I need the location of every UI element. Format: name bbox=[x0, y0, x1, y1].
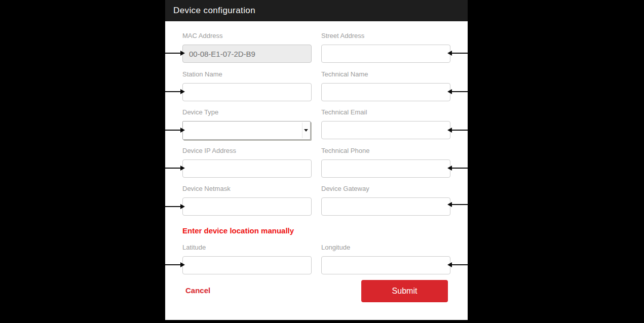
field-longitude: Longitude bbox=[321, 244, 450, 274]
annotation-arrow bbox=[165, 206, 181, 207]
field-station-name: Station Name bbox=[182, 70, 312, 101]
technical-phone-label: Technical Phone bbox=[321, 147, 450, 155]
technical-name-label: Technical Name bbox=[321, 70, 450, 78]
device-gateway-input[interactable] bbox=[321, 197, 450, 216]
annotation-arrow bbox=[165, 53, 181, 54]
arrow-left-icon bbox=[447, 128, 452, 133]
cancel-link[interactable]: Cancel bbox=[185, 286, 210, 295]
dialog-title: Device configuration bbox=[165, 6, 255, 16]
chevron-down-icon bbox=[304, 129, 308, 132]
select-dropdown-button[interactable] bbox=[302, 123, 309, 138]
annotation-arrow bbox=[165, 168, 181, 169]
field-street-address: Street Address bbox=[321, 32, 450, 63]
arrow-right-icon bbox=[180, 166, 185, 171]
page-background: { "window": { "title": "Device configura… bbox=[0, 0, 644, 323]
street-address-label: Street Address bbox=[321, 32, 450, 40]
technical-email-label: Technical Email bbox=[321, 108, 450, 116]
annotation-arrow bbox=[451, 168, 468, 169]
arrow-left-icon bbox=[447, 166, 452, 171]
device-gateway-label: Device Gateway bbox=[321, 185, 450, 193]
annotation-arrow bbox=[165, 264, 181, 265]
arrow-right-icon bbox=[180, 262, 185, 267]
field-latitude: Latitude bbox=[182, 244, 312, 274]
technical-name-input[interactable] bbox=[321, 83, 450, 101]
device-type-label: Device Type bbox=[182, 108, 311, 116]
longitude-label: Longitude bbox=[321, 244, 450, 252]
technical-email-input[interactable] bbox=[321, 121, 450, 139]
mac-address-input bbox=[182, 45, 312, 63]
arrow-left-icon bbox=[447, 89, 452, 94]
latitude-label: Latitude bbox=[182, 244, 312, 252]
arrow-right-icon bbox=[180, 51, 185, 56]
device-netmask-label: Device Netmask bbox=[182, 185, 312, 193]
field-device-ip: Device IP Address bbox=[182, 147, 312, 178]
arrow-right-icon bbox=[180, 89, 185, 94]
annotation-arrow bbox=[451, 130, 468, 131]
dialog-header: Device configuration bbox=[165, 0, 468, 21]
arrow-left-icon bbox=[447, 51, 452, 56]
device-netmask-input[interactable] bbox=[182, 197, 312, 216]
annotation-arrow bbox=[451, 53, 468, 54]
longitude-input[interactable] bbox=[321, 256, 450, 274]
device-ip-label: Device IP Address bbox=[182, 147, 312, 155]
field-device-gateway: Device Gateway bbox=[321, 185, 450, 216]
station-name-label: Station Name bbox=[182, 70, 312, 78]
field-technical-name: Technical Name bbox=[321, 70, 450, 101]
field-technical-email: Technical Email bbox=[321, 108, 450, 139]
field-technical-phone: Technical Phone bbox=[321, 147, 450, 178]
field-mac-address: MAC Address bbox=[182, 32, 312, 63]
field-device-netmask: Device Netmask bbox=[182, 185, 312, 216]
arrow-left-icon bbox=[447, 262, 452, 267]
street-address-input[interactable] bbox=[321, 45, 450, 63]
arrow-right-icon bbox=[180, 128, 185, 133]
annotation-arrow bbox=[165, 91, 181, 92]
annotation-arrow bbox=[451, 264, 468, 265]
arrow-left-icon bbox=[447, 202, 452, 207]
field-device-type: Device Type bbox=[182, 108, 311, 140]
arrow-right-icon bbox=[180, 204, 185, 209]
technical-phone-input[interactable] bbox=[321, 159, 450, 178]
device-configuration-dialog: Device configuration MAC Address Street … bbox=[165, 0, 468, 320]
station-name-input[interactable] bbox=[182, 83, 312, 101]
device-type-select[interactable] bbox=[182, 121, 311, 140]
submit-button[interactable]: Submit bbox=[361, 280, 448, 302]
latitude-input[interactable] bbox=[182, 256, 312, 274]
location-section-heading: Enter device location manually bbox=[182, 226, 294, 235]
annotation-arrow bbox=[165, 130, 181, 131]
annotation-arrow bbox=[451, 204, 468, 205]
mac-address-label: MAC Address bbox=[182, 32, 312, 40]
annotation-arrow bbox=[451, 91, 468, 92]
device-ip-input[interactable] bbox=[182, 159, 312, 178]
